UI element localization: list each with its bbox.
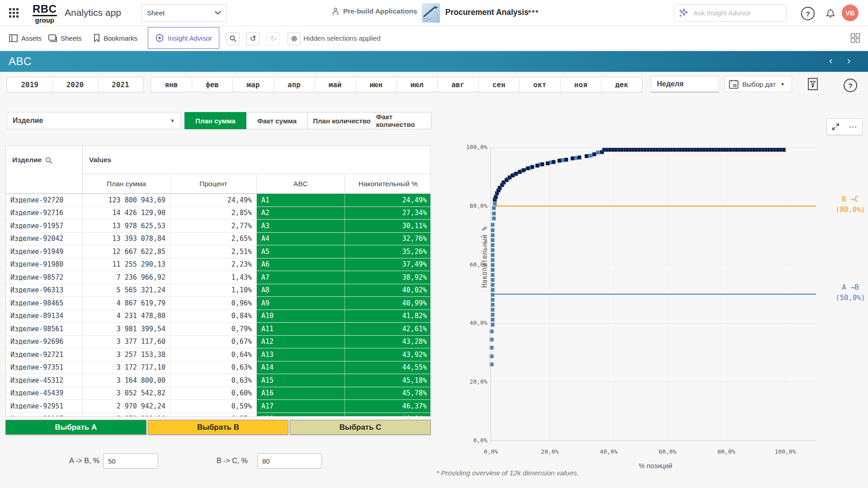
data-point[interactable]	[494, 195, 498, 199]
help-icon[interactable]: ?	[801, 7, 815, 20]
dimension-select[interactable]: Изделие ▼	[7, 112, 181, 129]
data-point[interactable]	[585, 154, 589, 158]
data-point[interactable]	[491, 243, 495, 247]
month-filter-button[interactable]: янв	[151, 77, 192, 92]
prebuild-applications-link[interactable]: Pre-build Applications	[331, 7, 417, 15]
data-point[interactable]	[492, 216, 496, 221]
table-row[interactable]: Изделие-9194912 667 622,852,51%A535,26%	[6, 245, 431, 258]
measure-tab[interactable]: План сумма	[184, 112, 246, 129]
table-row[interactable]: Изделие-985727 236 966,921,43%A738,92%	[6, 271, 431, 284]
data-point[interactable]	[530, 165, 534, 169]
column-search-icon[interactable]	[45, 157, 52, 164]
table-row[interactable]: Изделие-9195713 978 625,532,77%A330,11%	[6, 220, 431, 233]
data-point[interactable]	[491, 238, 495, 242]
month-filter-button[interactable]: дек	[601, 77, 642, 92]
month-filter-button[interactable]: ноя	[561, 77, 602, 92]
table-row[interactable]: Изделие-891344 231 478,800,84%A1041,82%	[6, 310, 431, 323]
data-point[interactable]	[491, 313, 495, 317]
year-filter-button[interactable]: 2021	[98, 77, 143, 92]
measure-tab[interactable]: План количество	[308, 112, 376, 129]
data-point[interactable]	[491, 288, 495, 292]
table-row[interactable]: Изделие-963135 565 321,241,10%A840,02%	[6, 284, 431, 297]
month-filter-button[interactable]: авг	[438, 77, 479, 92]
measure-tab[interactable]: Факт количество	[376, 112, 431, 129]
chart-more-icon[interactable]: ⋯	[849, 122, 858, 132]
prev-sheet-chevron-left-icon[interactable]: ‹	[829, 56, 832, 66]
data-point[interactable]	[592, 152, 596, 156]
month-filter-button[interactable]: сен	[479, 77, 520, 92]
selections-tool-icon[interactable]	[807, 78, 818, 90]
abc-select-button[interactable]: Выбрать B	[148, 420, 289, 435]
table-row[interactable]: Изделие-453123 164 800,000,63%A1545,18%	[6, 374, 431, 387]
data-point[interactable]	[552, 160, 556, 164]
data-point[interactable]	[546, 161, 550, 165]
data-point[interactable]	[491, 278, 495, 282]
month-filter-button[interactable]: июл	[396, 77, 438, 92]
table-column-header[interactable]: ABC	[257, 174, 345, 193]
data-point[interactable]	[491, 308, 495, 312]
sheet-grid-icon[interactable]	[851, 33, 860, 42]
table-row[interactable]: Изделие-921072 871 913,180,57%A1846,94%	[6, 413, 431, 417]
data-point[interactable]	[491, 268, 495, 272]
data-point[interactable]	[492, 211, 496, 216]
data-point[interactable]	[491, 298, 495, 302]
month-filter-button[interactable]: апр	[274, 77, 315, 92]
notifications-bell-icon[interactable]	[825, 6, 836, 19]
data-point[interactable]	[491, 293, 495, 297]
data-point[interactable]	[518, 170, 522, 174]
month-filter-button[interactable]: июн	[356, 77, 397, 92]
table-row[interactable]: Изделие-92720123 800 943,6924,49%A124,49…	[6, 194, 431, 207]
data-point[interactable]	[491, 273, 495, 277]
table-row[interactable]: Изделие-927213 257 153,380,64%A1343,92%	[6, 348, 431, 361]
data-point[interactable]	[491, 228, 495, 232]
table-row[interactable]: Изделие-926963 377 117,600,67%A1243,28%	[6, 336, 431, 349]
month-filter-button[interactable]: май	[315, 77, 356, 92]
table-column-header[interactable]: Накопительный %	[345, 174, 431, 193]
sheet-help-icon[interactable]: ?	[844, 79, 857, 92]
app-options-button[interactable]: •••	[528, 6, 539, 17]
data-point[interactable]	[540, 162, 544, 166]
table-row[interactable]: Изделие-9271614 426 129,902,85%A227,34%	[6, 207, 431, 220]
data-point[interactable]	[491, 258, 495, 262]
assets-tab[interactable]: Assets	[9, 26, 42, 50]
month-filter-button[interactable]: мар	[233, 77, 274, 92]
data-point[interactable]	[491, 223, 495, 227]
table-row[interactable]: Изделие-985613 981 399,540,79%A1142,61%	[6, 323, 431, 336]
data-point[interactable]	[491, 303, 495, 307]
next-sheet-chevron-right-icon[interactable]: ›	[847, 56, 850, 66]
insight-advisor-tab[interactable]: Insight Advisor	[148, 27, 219, 49]
year-filter-button[interactable]: 2019	[7, 77, 52, 92]
app-launcher-icon[interactable]	[9, 8, 20, 19]
month-filter-button[interactable]: окт	[519, 77, 561, 92]
data-point[interactable]	[491, 283, 495, 287]
abc-select-button[interactable]: Выбрать C	[290, 420, 431, 435]
data-point[interactable]	[557, 159, 561, 163]
week-filter-field[interactable]: Неделя	[651, 76, 719, 93]
data-point[interactable]	[491, 253, 495, 257]
data-point[interactable]	[564, 158, 568, 162]
user-avatar[interactable]: VB	[842, 5, 859, 21]
data-point[interactable]	[492, 206, 496, 210]
data-point[interactable]	[535, 164, 539, 168]
year-filter-button[interactable]: 2020	[52, 77, 98, 92]
date-picker-button[interactable]: Выбор дат ▼	[724, 76, 792, 92]
insight-advisor-search[interactable]	[674, 4, 787, 22]
table-row[interactable]: Изделие-454393 052 542,820,60%A1645,78%	[6, 387, 431, 400]
bookmarks-tab[interactable]: Bookmarks	[94, 26, 137, 50]
data-point[interactable]	[577, 155, 581, 160]
threshold-input[interactable]	[103, 453, 158, 469]
undo-button[interactable]: ↺	[246, 32, 259, 45]
data-point[interactable]	[491, 233, 495, 237]
table-row[interactable]: Изделие-9204213 393 078,842,65%A432,76%	[6, 233, 431, 246]
table-row[interactable]: Изделие-984654 867 619,790,96%A940,99%	[6, 297, 431, 310]
data-point[interactable]	[491, 323, 495, 327]
table-row[interactable]: Изделие-973513 172 717,100,63%A1444,55%	[6, 361, 431, 375]
clear-selections-button[interactable]: ⊗	[288, 32, 301, 45]
table-dim-header[interactable]: Изделие	[6, 146, 83, 194]
data-point[interactable]	[491, 248, 495, 252]
data-point[interactable]	[491, 263, 495, 267]
table-column-header[interactable]: Процент	[170, 174, 257, 193]
sheet-selector[interactable]: Sheet	[141, 4, 227, 22]
table-row[interactable]: Изделие-929512 970 942,240,59%A1746,37%	[6, 400, 431, 413]
abc-select-button[interactable]: Выбрать A	[5, 420, 146, 435]
